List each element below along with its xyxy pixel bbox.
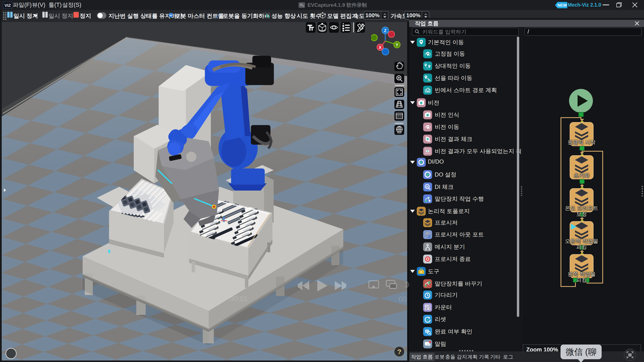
svg-text:Z: Z: [384, 28, 386, 33]
svg-text:DI: DI: [426, 185, 428, 188]
svg-text:NEW: NEW: [558, 3, 567, 7]
svg-text:4: 4: [428, 308, 430, 310]
svg-text:Y: Y: [396, 42, 398, 47]
svg-text:00:01: 00:01: [230, 295, 248, 303]
svg-text:2: 2: [428, 305, 430, 307]
svg-text:3: 3: [426, 308, 427, 310]
svg-text:X: X: [379, 45, 382, 50]
svg-text:VIZ: VIZ: [4, 3, 11, 8]
svg-text:1: 1: [426, 305, 427, 307]
